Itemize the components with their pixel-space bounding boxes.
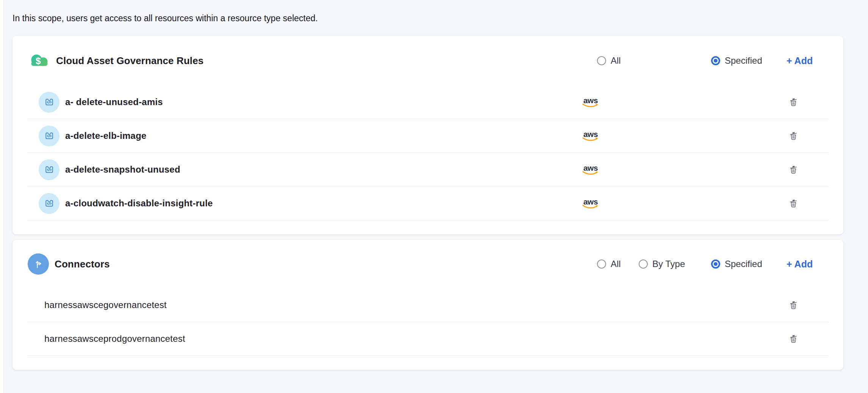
governance-radio-all[interactable]: All	[597, 55, 621, 66]
rule-name: a-delete-elb-image	[65, 130, 146, 141]
governance-rule-row: a-delete-elb-image aws	[27, 119, 829, 153]
governance-rule-icon	[39, 126, 60, 146]
governance-rules-list: a- delete-unused-amis aws	[27, 85, 829, 220]
connectors-list: harnessawscegovernancetest harnessawscep…	[27, 288, 829, 356]
connectors-header: Connectors All By Type Specified + Add	[13, 240, 843, 288]
governance-rules-card: $ Cloud Asset Governance Rules All Speci…	[13, 36, 843, 234]
aws-logo: aws	[582, 130, 599, 142]
connector-name: harnessawscegovernancetest	[44, 300, 167, 310]
governance-rule-row: a-cloudwatch-disable-insight-rule aws	[27, 187, 829, 220]
delete-rule-button[interactable]	[787, 96, 800, 108]
connector-row: harnessawsceprodgovernancetest	[27, 322, 829, 356]
aws-logo: aws	[582, 198, 599, 209]
aws-logo: aws	[582, 164, 599, 176]
aws-logo: aws	[582, 96, 599, 108]
rule-name: a-delete-snapshot-unused	[65, 164, 180, 175]
radio-circle[interactable]	[711, 259, 720, 269]
connectors-radio-by-type[interactable]: By Type	[639, 259, 685, 269]
rule-name: a- delete-unused-amis	[65, 97, 163, 107]
governance-radio-specified[interactable]: Specified	[711, 55, 762, 66]
connectors-radio-all[interactable]: All	[597, 259, 621, 269]
connectors-radio-specified[interactable]: Specified	[711, 259, 762, 269]
delete-rule-button[interactable]	[787, 129, 800, 142]
delete-rule-button[interactable]	[787, 197, 800, 210]
governance-rule-row: a- delete-unused-amis aws	[27, 85, 829, 119]
radio-circle[interactable]	[639, 259, 648, 269]
delete-connector-button[interactable]	[787, 299, 800, 311]
governance-rules-header: $ Cloud Asset Governance Rules All Speci…	[13, 36, 843, 85]
rule-name: a-cloudwatch-disable-insight-rule	[65, 198, 213, 209]
governance-rules-title: Cloud Asset Governance Rules	[56, 55, 204, 67]
radio-circle[interactable]	[711, 56, 720, 65]
connector-row: harnessawscegovernancetest	[27, 288, 829, 322]
cloud-dollar-icon: $	[28, 52, 50, 70]
scope-description: In this scope, users get access to all r…	[13, 13, 843, 24]
delete-rule-button[interactable]	[787, 163, 800, 176]
svg-text:$: $	[36, 56, 41, 66]
radio-circle[interactable]	[597, 56, 606, 65]
connectors-add-button[interactable]: + Add	[787, 259, 813, 270]
split-arrows-icon	[28, 253, 49, 275]
governance-rule-icon	[39, 159, 60, 180]
connectors-card: Connectors All By Type Specified + Add h…	[13, 240, 843, 370]
delete-connector-button[interactable]	[787, 332, 800, 345]
connector-name: harnessawsceprodgovernancetest	[44, 333, 185, 344]
connectors-title: Connectors	[55, 258, 110, 270]
governance-rule-icon	[39, 193, 60, 214]
left-gutter	[0, 0, 4, 393]
resource-scope-panel: In this scope, users get access to all r…	[13, 0, 843, 370]
governance-rule-icon	[39, 92, 60, 113]
governance-rule-row: a-delete-snapshot-unused aws	[27, 153, 829, 187]
radio-circle[interactable]	[597, 259, 606, 269]
governance-add-button[interactable]: + Add	[787, 55, 813, 66]
